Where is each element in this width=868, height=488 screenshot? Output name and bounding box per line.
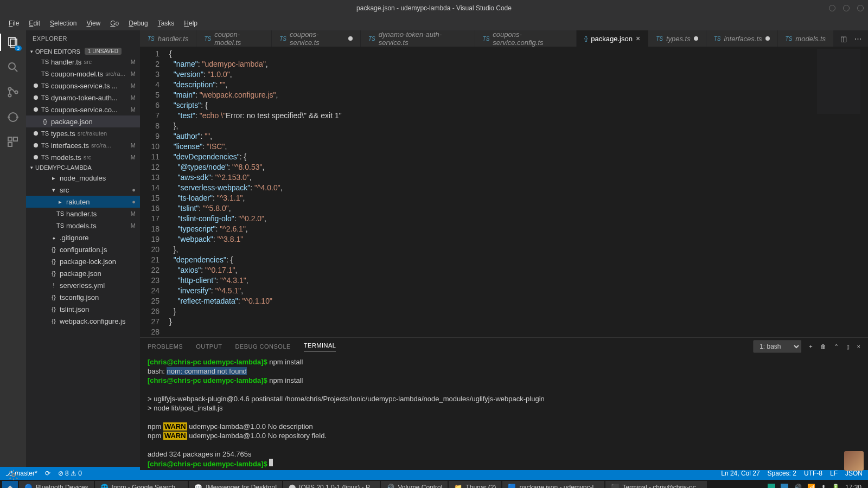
svg-point-5 xyxy=(9,94,11,97)
terminal-selector[interactable]: 1: bash xyxy=(754,341,801,352)
unsaved-badge: 1 UNSAVED xyxy=(85,48,122,55)
svg-rect-12 xyxy=(8,143,12,146)
tray-icon[interactable]: ⬆ xyxy=(821,484,826,488)
tree-item[interactable]: ▸rakuten● xyxy=(26,196,140,208)
project-header[interactable]: ▾ UDEMYPC-LAMBDA xyxy=(26,163,140,172)
tray-icon[interactable]: 🔊 xyxy=(794,484,802,488)
user-avatar[interactable] xyxy=(844,451,864,471)
taskbar-app[interactable]: 📁Thunar (2) xyxy=(449,481,501,488)
tree-item[interactable]: {}configuration.js xyxy=(26,243,140,255)
chevron-down-icon: ▾ xyxy=(30,49,33,54)
tree-item[interactable]: TSmodels.tsM xyxy=(26,220,140,232)
menu-view[interactable]: View xyxy=(82,18,105,28)
menu-go[interactable]: Go xyxy=(106,18,123,28)
menu-file[interactable]: File xyxy=(4,18,23,28)
taskbar-app[interactable]: ⬛Terminal - chris@chris-pc... xyxy=(605,481,707,488)
debug-icon[interactable] xyxy=(5,110,21,125)
open-editor-item[interactable]: TStypes.tssrc/rakuten xyxy=(26,127,140,139)
open-editor-item[interactable]: TSmodels.tssrcM xyxy=(26,151,140,163)
extensions-icon[interactable] xyxy=(5,134,21,150)
explorer-icon[interactable]: 3 xyxy=(5,35,21,50)
tree-item[interactable]: !serverless.yml xyxy=(26,279,140,291)
editor-tab[interactable]: TSmodels.ts xyxy=(778,30,834,47)
split-icon[interactable]: ◫ xyxy=(840,35,847,43)
tree-item[interactable]: ▸node_modules xyxy=(26,172,140,184)
open-editor-item[interactable]: {}package.json xyxy=(26,115,140,127)
close-icon[interactable] xyxy=(857,5,864,11)
open-editor-item[interactable]: TScoupon-model.tssrc/ra...M xyxy=(26,68,140,80)
tree-item[interactable]: {}webpack.configure.js xyxy=(26,315,140,327)
language-mode[interactable]: JSON xyxy=(845,470,863,477)
sidebar-title: EXPLORER xyxy=(26,30,140,47)
svg-rect-11 xyxy=(14,137,17,141)
tray-icon[interactable] xyxy=(781,484,788,488)
indentation[interactable]: Spaces: 2 xyxy=(768,470,796,477)
tree-item[interactable]: {}tsconfig.json xyxy=(26,291,140,303)
svg-point-4 xyxy=(9,88,11,91)
tree-item[interactable]: TShandler.tsM xyxy=(26,208,140,220)
panel-tab-debug-console[interactable]: DEBUG CONSOLE xyxy=(235,343,290,350)
scm-icon[interactable] xyxy=(5,85,21,100)
problems-status[interactable]: ⊘ 8 ⚠ 0 xyxy=(58,470,82,477)
taskbar-app[interactable]: ⬤[OBS 20.1.0-1 (linux) - P... xyxy=(283,481,380,488)
editor-tabs: TShandler.tsTScoupon-model.tsTScoupons-s… xyxy=(140,30,868,47)
panel-tab-terminal[interactable]: TERMINAL xyxy=(304,342,336,351)
maximize-icon[interactable] xyxy=(843,5,850,11)
more-icon[interactable]: ⋯ xyxy=(854,35,861,43)
open-editors-header[interactable]: ▾ OPEN EDITORS 1 UNSAVED xyxy=(26,47,140,56)
menu-selection[interactable]: Selection xyxy=(46,18,81,28)
search-icon[interactable] xyxy=(5,60,21,75)
minimap[interactable] xyxy=(817,49,860,114)
menu-edit[interactable]: Edit xyxy=(24,18,44,28)
sync-icon[interactable]: ⟳ xyxy=(45,470,50,477)
tree-item[interactable]: ▾src● xyxy=(26,184,140,196)
terminal-output[interactable]: [chris@chris-pc udemypc-lambda]$ npm ins… xyxy=(140,355,868,470)
editor-tab[interactable]: TStypes.ts xyxy=(648,30,706,47)
editor-area: TShandler.tsTScoupon-model.tsTScoupons-s… xyxy=(140,30,868,467)
code-content[interactable]: { "name": "udemypc-lambda", "version": "… xyxy=(167,47,868,337)
taskbar-app[interactable]: 💬[Messenger for Desktop] xyxy=(189,481,282,488)
editor-tab[interactable]: TScoupons-service.ts xyxy=(272,30,361,47)
eol[interactable]: LF xyxy=(830,470,838,477)
panel-tab-output[interactable]: OUTPUT xyxy=(196,343,222,350)
taskbar-app[interactable]: 🔵Bluetooth Devices xyxy=(19,481,94,488)
clock[interactable]: 17:30 xyxy=(845,484,861,488)
panel-tab-problems[interactable]: PROBLEMS xyxy=(148,343,183,350)
tree-item[interactable]: {}package.json xyxy=(26,267,140,279)
menu-debug[interactable]: Debug xyxy=(124,18,152,28)
code-editor[interactable]: 1234567891011121314151617181920212223242… xyxy=(140,47,868,337)
menu-tasks[interactable]: Tasks xyxy=(154,18,179,28)
tray-icon[interactable]: 🔋 xyxy=(832,484,840,488)
taskbar-app[interactable]: 🔊Volume Control xyxy=(381,481,448,488)
menu-help[interactable]: Help xyxy=(180,18,202,28)
panel-up-icon[interactable]: ⌃ xyxy=(834,343,839,350)
editor-tab[interactable]: TScoupons-service.config.ts xyxy=(475,30,577,47)
editor-tab[interactable]: TSdynamo-token-auth-service.ts xyxy=(361,30,475,47)
tree-item[interactable]: {}tslint.json xyxy=(26,303,140,315)
kill-terminal-icon[interactable]: 🗑 xyxy=(820,343,826,350)
panel-close-icon[interactable]: × xyxy=(857,343,860,350)
window-controls xyxy=(829,5,864,11)
open-editor-item[interactable]: TScoupons-service.co...M xyxy=(26,104,140,115)
minimize-icon[interactable] xyxy=(829,5,835,11)
panel-tabs: PROBLEMSOUTPUTDEBUG CONSOLETERMINAL1: ba… xyxy=(140,338,868,355)
editor-tab[interactable]: TScoupon-model.ts xyxy=(196,30,272,47)
open-editor-item[interactable]: TSdynamo-token-auth...M xyxy=(26,92,140,104)
tray-icon[interactable] xyxy=(768,484,775,488)
editor-tab[interactable]: TShandler.ts xyxy=(140,30,196,47)
cursor-position[interactable]: Ln 24, Col 27 xyxy=(721,470,760,477)
tray-icon[interactable]: 📶 xyxy=(807,484,815,488)
taskbar-app[interactable]: 🌐[npm - Google Search ... xyxy=(95,481,188,488)
tree-item[interactable]: {}package-lock.json xyxy=(26,255,140,267)
open-editor-item[interactable]: TSinterfaces.tssrc/ra...M xyxy=(26,139,140,151)
editor-tab[interactable]: TSinterfaces.ts xyxy=(706,30,778,47)
encoding[interactable]: UTF-8 xyxy=(804,470,822,477)
open-editor-item[interactable]: TScoupons-service.ts ...M xyxy=(26,80,140,92)
taskbar-app[interactable]: 🟦package.json - udemypc-l... xyxy=(502,481,604,488)
tree-item[interactable]: ⬥.gitignore xyxy=(26,232,140,243)
new-terminal-icon[interactable]: + xyxy=(809,343,812,350)
open-editor-item[interactable]: TShandler.tssrcM xyxy=(26,56,140,68)
settings-icon[interactable] xyxy=(8,469,20,483)
panel-maximize-icon[interactable]: ▯ xyxy=(846,343,850,350)
editor-tab[interactable]: {}package.json× xyxy=(577,30,649,47)
